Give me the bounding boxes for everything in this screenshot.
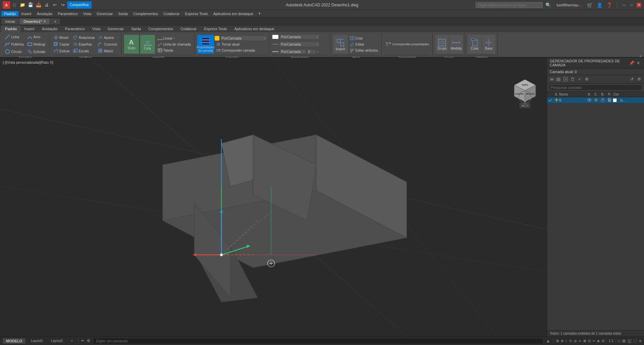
btn-esticar[interactable]: Esticar bbox=[52, 48, 71, 54]
btn-mover[interactable]: Mover bbox=[52, 35, 71, 41]
btn-editar[interactable]: Editar bbox=[348, 42, 379, 47]
status-icon-ortho[interactable]: ↕ bbox=[566, 339, 567, 343]
ribbon-tab-colaborar[interactable]: Colaborar bbox=[177, 25, 200, 32]
btn-circulo[interactable]: Círculo bbox=[3, 48, 25, 55]
customize-icon[interactable]: ⚙ bbox=[87, 339, 90, 343]
layout2-tab[interactable]: Layout2 bbox=[48, 338, 66, 343]
btn-tornar-atual[interactable]: Tornar atual bbox=[215, 42, 267, 47]
tab-add[interactable]: + bbox=[50, 18, 61, 24]
btn-concord[interactable]: Concord. bbox=[97, 41, 119, 47]
search-icon[interactable]: 🔍 bbox=[545, 2, 551, 8]
btn-corresponder-prop[interactable]: Corresponder propriedades bbox=[384, 41, 430, 47]
btn-criar[interactable]: Criar bbox=[348, 36, 379, 41]
btn-inserir[interactable]: Inserir bbox=[333, 35, 348, 54]
save-btn[interactable]: 💾 bbox=[27, 1, 34, 9]
btn-texto[interactable]: A Texto bbox=[124, 35, 139, 54]
navigation-cube[interactable]: TOPO FRONTAL LATERAL S L O N W bbox=[510, 78, 540, 108]
status-icon-osnap[interactable]: ◎ bbox=[574, 339, 577, 343]
layer-color-swatch[interactable] bbox=[215, 36, 219, 41]
btn-espelhar[interactable]: Espelhar bbox=[72, 41, 96, 47]
layer-print-cell[interactable] bbox=[606, 98, 613, 103]
linear-dropdown-arrow[interactable]: ▾ bbox=[173, 37, 175, 40]
btn-prop-camada[interactable]: Propriedadesda camada bbox=[197, 35, 214, 54]
status-view-icon[interactable]: ⊞ bbox=[622, 339, 626, 343]
ribbon-tab-anotacao[interactable]: Anotação bbox=[38, 25, 61, 32]
layer-settings-btn[interactable]: ⚙ bbox=[584, 76, 590, 82]
btn-medida[interactable]: Medida bbox=[449, 35, 463, 54]
panel-close-btn[interactable]: ✕ bbox=[635, 60, 641, 66]
ribbon-tab-gerenciar[interactable]: Gerenciar bbox=[104, 25, 127, 32]
layer-lock-cell[interactable] bbox=[599, 98, 606, 103]
col-b-header[interactable]: B. bbox=[599, 93, 606, 96]
tab-desenho1[interactable]: Desenho1* ✕ bbox=[19, 18, 50, 24]
status-hardware-icon[interactable]: ⬚ bbox=[633, 339, 637, 343]
refresh-btn[interactable]: ↺ bbox=[629, 76, 635, 82]
status-icon-grid[interactable]: ⊕ bbox=[561, 339, 564, 343]
viewport[interactable]: [-][Vista personalizada][Raio X] bbox=[0, 58, 547, 336]
status-scale[interactable]: 1:1 bbox=[609, 339, 613, 343]
help-icon[interactable]: ❓ bbox=[606, 2, 612, 8]
status-ui-icon[interactable]: ≡ bbox=[639, 339, 641, 343]
btn-base[interactable]: Base bbox=[482, 35, 495, 54]
layer-color-cell[interactable] bbox=[613, 98, 620, 102]
btn-linha[interactable]: Linha bbox=[3, 34, 25, 40]
user-icon[interactable]: 👤 bbox=[597, 2, 602, 8]
add-layout-btn[interactable]: + bbox=[68, 338, 75, 343]
ribbon-tab-parametrico[interactable]: Paramétrico bbox=[61, 25, 89, 32]
menu-colaborar[interactable]: Colaborar bbox=[161, 11, 182, 16]
linetype-dropdown[interactable]: PorCamada ▾ bbox=[279, 42, 320, 47]
cube-container[interactable]: TOPO FRONTAL LATERAL S L O N bbox=[512, 78, 538, 105]
ribbon-tab-complementos[interactable]: Complementos bbox=[145, 25, 177, 32]
btn-corresponder-camada[interactable]: Corresponder camada bbox=[215, 48, 267, 53]
new-layer-btn[interactable] bbox=[555, 76, 561, 82]
btn-escala[interactable]: Escala bbox=[72, 48, 96, 54]
col-c-header[interactable]: C. bbox=[593, 93, 599, 96]
menu-aplicativos[interactable]: Aplicativos em destaque bbox=[211, 11, 256, 16]
layer-search-input[interactable] bbox=[549, 84, 642, 91]
status-icon-dyn[interactable]: ⊡ bbox=[588, 339, 591, 343]
layer-name-cell[interactable]: 0 bbox=[559, 98, 586, 102]
menu-express[interactable]: Express Tools bbox=[182, 11, 210, 16]
menu-complementos[interactable]: Complementos bbox=[130, 11, 161, 16]
delete-layer-btn[interactable] bbox=[570, 76, 576, 82]
btn-colar[interactable]: Colar bbox=[468, 35, 481, 54]
col-a-header[interactable]: A. bbox=[586, 93, 593, 96]
menu-gerenciar[interactable]: Gerenciar bbox=[94, 11, 115, 16]
num-dropdown-arrow[interactable]: ▾ bbox=[317, 50, 318, 53]
command-input[interactable] bbox=[93, 338, 543, 344]
btn-grupo[interactable]: Grupo bbox=[435, 35, 449, 54]
status-icon-ucs[interactable]: ⊠ bbox=[583, 339, 586, 343]
status-model-icon[interactable]: □ bbox=[618, 339, 620, 343]
col-cor-header[interactable]: Cor bbox=[613, 93, 620, 96]
menu-padrao[interactable]: Padrão bbox=[1, 11, 18, 16]
cart-icon[interactable]: 🛒 bbox=[587, 2, 593, 8]
app-menu-btn[interactable]: A bbox=[3, 1, 10, 9]
btn-linear[interactable]: Linear ▾ bbox=[156, 36, 192, 41]
color-dropdown[interactable]: PorCamada ▾ bbox=[279, 34, 320, 40]
ribbon-tab-aplicativos[interactable]: Aplicativos em destaque bbox=[231, 25, 278, 32]
more-tools-icon[interactable]: ▾ bbox=[259, 11, 261, 16]
maximize-btn[interactable]: □ bbox=[629, 3, 634, 7]
status-icon-snap[interactable]: ⊞ bbox=[556, 339, 559, 343]
set-current-btn[interactable]: ✓ bbox=[577, 76, 583, 82]
share-btn[interactable]: Compartilhar bbox=[67, 1, 92, 9]
redo-btn[interactable]: ↪ bbox=[59, 1, 66, 9]
ribbon-tab-padrao[interactable]: Padrão bbox=[1, 25, 20, 32]
layer-color-box[interactable] bbox=[613, 98, 617, 102]
tab-close-btn[interactable]: ✕ bbox=[43, 19, 46, 23]
layer-row-0[interactable]: 0 br... bbox=[547, 97, 644, 104]
btn-editar-atributos[interactable]: Editar atributos bbox=[348, 48, 379, 53]
menu-anotacao[interactable]: Anotação bbox=[34, 11, 55, 16]
col-name-header[interactable]: Nome bbox=[559, 93, 586, 96]
btn-retangulo[interactable]: Retângl. bbox=[26, 41, 47, 48]
btn-linha-chamada[interactable]: Linha de chamada bbox=[156, 42, 192, 47]
undo-btn[interactable]: ↩ bbox=[51, 1, 58, 9]
btn-polilinha[interactable]: Polilinha bbox=[3, 41, 25, 48]
btn-aparar[interactable]: Aparar bbox=[97, 35, 119, 41]
btn-matriz[interactable]: Matriz bbox=[97, 48, 119, 54]
menu-vista[interactable]: Vista bbox=[80, 11, 94, 16]
menu-inserir[interactable]: Inserir bbox=[18, 11, 34, 16]
layer-eye-cell[interactable] bbox=[586, 98, 593, 102]
status-annotation-icon[interactable]: ◫ bbox=[628, 339, 631, 343]
color-swatch[interactable] bbox=[272, 35, 279, 39]
